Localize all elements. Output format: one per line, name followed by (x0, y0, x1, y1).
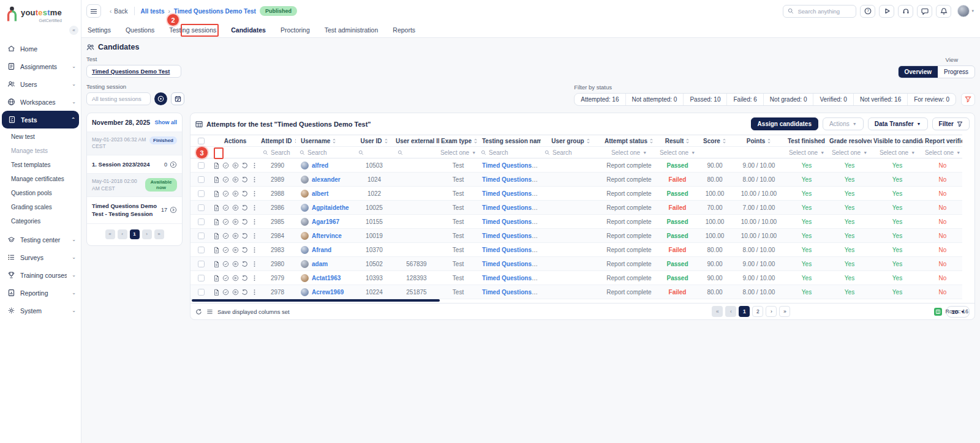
export-excel-icon[interactable] (934, 308, 942, 316)
pager-prev-button[interactable]: ‹ (118, 229, 127, 239)
save-columns-label[interactable]: Save displayed columns set (217, 308, 290, 315)
notifications-button[interactable] (936, 5, 951, 18)
column-filter-search[interactable]: Search (263, 149, 292, 156)
report-icon[interactable] (213, 218, 220, 225)
sort-icon[interactable] (332, 138, 336, 144)
play-button[interactable] (879, 5, 894, 18)
column-header-grade-resolved[interactable]: Grade resolved (829, 138, 870, 144)
retake-icon[interactable] (241, 218, 248, 225)
row-checkbox[interactable] (198, 162, 205, 169)
page-button-2[interactable]: 2 (752, 306, 763, 317)
column-filter-select[interactable]: Select one▼ (661, 149, 694, 156)
session-target-button[interactable] (154, 92, 167, 105)
kebab-menu-icon[interactable] (251, 233, 258, 239)
sort-icon[interactable] (473, 138, 477, 144)
report-icon[interactable] (213, 261, 220, 267)
scrollbar-thumb[interactable] (192, 299, 440, 302)
testing-session-link[interactable]: Timed Questions Demo ... (482, 275, 541, 281)
sort-icon[interactable] (586, 138, 590, 144)
column-filter-search[interactable]: Search (545, 149, 597, 156)
check-circle-icon[interactable] (222, 247, 229, 253)
column-header-points[interactable]: Points (747, 138, 772, 144)
play-circle-icon[interactable] (232, 218, 239, 225)
actions-dropdown[interactable]: Actions▼ (823, 117, 864, 130)
avatar[interactable] (957, 5, 970, 17)
tab-settings[interactable]: Settings (88, 26, 111, 34)
retake-icon[interactable] (241, 190, 248, 197)
row-checkbox[interactable] (198, 190, 205, 197)
report-icon[interactable] (213, 275, 220, 281)
check-circle-icon[interactable] (222, 233, 229, 239)
username-link[interactable]: Acrew1969 (312, 289, 344, 296)
username-link[interactable]: Aftervince (312, 233, 342, 239)
kebab-menu-icon[interactable] (251, 247, 258, 253)
check-circle-icon[interactable] (222, 261, 229, 267)
sidebar-subitem-grading-scales[interactable]: Grading scales (0, 200, 81, 214)
tab-reports[interactable]: Reports (393, 26, 415, 34)
column-header-attempt-status[interactable]: Attempt status (605, 138, 654, 144)
kebab-menu-icon[interactable] (251, 190, 258, 197)
row-checkbox[interactable] (198, 233, 205, 239)
column-filter-select[interactable]: Select one▼ (443, 149, 473, 156)
row-checkbox[interactable] (198, 289, 205, 296)
row-checkbox[interactable] (198, 247, 205, 253)
column-header-username[interactable]: Username (301, 138, 336, 144)
column-header-test-finished[interactable]: Test finished (788, 138, 826, 144)
report-icon[interactable] (213, 162, 220, 169)
filter-button[interactable]: Filter (932, 117, 970, 130)
tab-test-administration[interactable]: Test administration (325, 26, 379, 34)
session-list-item[interactable]: 1. Session 2023/20240 (87, 155, 182, 174)
data-transfer-dropdown[interactable]: Data Transfer▼ (868, 117, 928, 130)
report-icon[interactable] (213, 233, 220, 239)
column-header-score[interactable]: Score (703, 138, 726, 144)
column-filter-search[interactable]: Search (300, 149, 351, 156)
pager-prev-button[interactable]: ‹ (725, 306, 736, 317)
retake-icon[interactable] (241, 176, 248, 183)
select-all-checkbox[interactable] (198, 138, 205, 144)
sidebar-item-training-courses[interactable]: Training courses⌄ (0, 266, 81, 284)
sort-icon[interactable] (384, 138, 388, 144)
sort-icon[interactable] (827, 138, 827, 144)
check-circle-icon[interactable] (222, 176, 229, 183)
sidebar-subitem-manage-certificates[interactable]: Manage certificates (0, 172, 81, 186)
kebab-menu-icon[interactable] (251, 218, 258, 225)
sidebar-item-assignments[interactable]: Assignments⌄ (0, 58, 81, 75)
username-link[interactable]: adam (312, 261, 328, 267)
check-circle-icon[interactable] (222, 275, 229, 281)
sidebar-item-users[interactable]: Users⌄ (0, 75, 81, 93)
check-circle-icon[interactable] (222, 190, 229, 197)
check-circle-icon[interactable] (222, 204, 229, 211)
play-circle-icon[interactable] (232, 289, 239, 296)
kebab-menu-icon[interactable] (251, 162, 258, 169)
username-link[interactable]: Agpitaidethe (312, 204, 349, 211)
report-icon[interactable] (213, 190, 220, 197)
row-checkbox[interactable] (198, 204, 205, 211)
sort-icon[interactable] (649, 138, 654, 144)
pager-first-button[interactable]: « (712, 306, 723, 317)
pager-first-button[interactable]: « (105, 229, 115, 239)
report-icon[interactable] (213, 289, 220, 296)
tab-candidates[interactable]: Candidates (231, 26, 266, 34)
column-header-report-verified[interactable]: Report verified (925, 138, 960, 144)
sidebar-item-workspaces[interactable]: Workspaces⌄ (0, 93, 81, 111)
column-filter-search[interactable] (398, 150, 435, 155)
column-filter-select[interactable]: Select one▼ (605, 149, 654, 156)
search-input[interactable] (797, 8, 851, 15)
status-filter-failed[interactable]: Failed: 6 (727, 94, 763, 105)
status-filter-verified[interactable]: Verified: 0 (813, 94, 853, 105)
tab-questions[interactable]: Questions (126, 26, 154, 34)
support-button[interactable] (898, 5, 913, 18)
column-header-exam-type[interactable]: Exam type (441, 138, 475, 144)
page-button-1[interactable]: 1 (739, 306, 750, 317)
play-circle-icon[interactable] (232, 233, 239, 239)
sort-icon[interactable] (294, 138, 296, 144)
play-circle-icon[interactable] (232, 176, 239, 183)
username-link[interactable]: alfred (312, 162, 328, 169)
column-header-user-external-id[interactable]: User external ID (396, 138, 437, 144)
column-filter-search[interactable]: Search (481, 149, 537, 156)
testing-session-link[interactable]: Timed Questions Demo ... (482, 190, 541, 197)
show-all-link[interactable]: Show all (154, 119, 177, 125)
check-circle-icon[interactable] (222, 162, 229, 169)
testing-session-link[interactable]: Timed Questions Demo ... (482, 233, 541, 239)
sidebar-subitem-question-pools[interactable]: Question pools (0, 186, 81, 200)
